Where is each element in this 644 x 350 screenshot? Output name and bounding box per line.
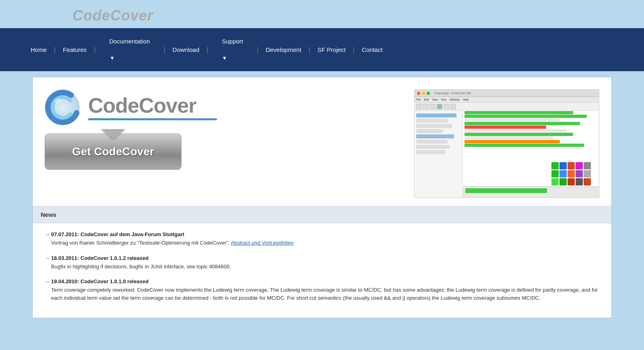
sc-line-7 bbox=[464, 133, 573, 136]
news-item-body: Term coverage competely reworked: CodeCo… bbox=[51, 286, 599, 302]
main-container: CodeCover Get CodeCover EclipseApp - Cod… bbox=[32, 77, 612, 318]
nav-item-sf-project[interactable]: SF Project bbox=[311, 41, 352, 58]
sc-body bbox=[415, 111, 599, 198]
sc-close-dot bbox=[417, 92, 420, 95]
sc-menu-edit: Edit bbox=[424, 98, 429, 101]
documentation-dropdown-arrow: ▾ bbox=[104, 49, 157, 66]
matrix-cell bbox=[576, 162, 583, 169]
nav-item-documentation[interactable]: Documentation▾ bbox=[97, 28, 163, 71]
sc-titlebar: EclipseApp - CodeCover IDE bbox=[415, 90, 599, 97]
navbar: Home | Features | Documentation▾ | Downl… bbox=[0, 28, 644, 71]
sc-sidebar-item-8 bbox=[416, 150, 445, 154]
news-section: News 07.07.2011: CodeCover auf dem Java-… bbox=[33, 206, 611, 318]
nav-item-development[interactable]: Development bbox=[259, 41, 308, 58]
nav-item-support[interactable]: Support▾ bbox=[209, 28, 256, 71]
news-item-link[interactable]: Abstract und Vortragsfolien bbox=[231, 240, 293, 246]
sc-tool-btn-6 bbox=[450, 104, 456, 109]
matrix-cell bbox=[551, 178, 559, 185]
matrix-cell bbox=[559, 162, 567, 169]
matrix-cell bbox=[584, 178, 591, 185]
sc-window-title: EclipseApp - CodeCover IDE bbox=[435, 92, 471, 95]
screenshot-mockup: EclipseApp - CodeCover IDE File Edit Vie… bbox=[415, 90, 599, 198]
news-header: News bbox=[33, 206, 611, 223]
sc-line-5 bbox=[464, 126, 546, 129]
matrix-cell bbox=[568, 170, 575, 177]
matrix-cell bbox=[568, 178, 575, 185]
sc-line-3 bbox=[464, 118, 560, 121]
matrix-cell bbox=[568, 162, 575, 169]
sc-sidebar-item-5 bbox=[416, 134, 454, 138]
sc-coverage-matrix bbox=[551, 162, 591, 185]
sc-tool-btn-2 bbox=[423, 104, 429, 109]
sc-tool-btn-4 bbox=[437, 104, 442, 109]
sc-sidebar-item-6 bbox=[416, 140, 448, 144]
sc-menu-window: Window bbox=[450, 98, 460, 101]
sc-line-9 bbox=[464, 140, 560, 143]
sc-min-dot bbox=[422, 92, 425, 95]
nav-sep-1: | bbox=[53, 46, 56, 54]
nav-sep-6: | bbox=[308, 46, 311, 54]
sc-menu-file: File bbox=[416, 98, 421, 101]
matrix-cell bbox=[576, 178, 583, 185]
get-codecover-button[interactable]: Get CodeCover bbox=[45, 134, 182, 170]
page-logo: CodeCover bbox=[0, 0, 644, 28]
nav-sep-2: | bbox=[93, 46, 96, 54]
hero-section: CodeCover Get CodeCover EclipseApp - Cod… bbox=[33, 77, 611, 206]
sc-bottom-panel bbox=[463, 186, 599, 198]
matrix-cell bbox=[551, 162, 559, 169]
sc-tool-btn-5 bbox=[444, 104, 449, 109]
support-dropdown-arrow: ▾ bbox=[217, 49, 250, 66]
sc-menu-help: Help bbox=[463, 98, 469, 101]
sc-toolbar bbox=[415, 103, 599, 111]
sc-max-dot bbox=[427, 92, 430, 95]
nav-sep-3: | bbox=[163, 46, 166, 54]
matrix-cell bbox=[559, 178, 567, 185]
news-item-body: Vortrag von Rainer Schmidberger zu "Test… bbox=[51, 239, 599, 247]
sc-line-6 bbox=[464, 129, 567, 132]
sc-tool-btn-3 bbox=[430, 104, 436, 109]
hero-screenshot: EclipseApp - CodeCover IDE File Edit Vie… bbox=[414, 89, 599, 198]
sc-menu-view: View bbox=[432, 98, 438, 101]
sc-coverage-bar bbox=[465, 188, 547, 193]
news-item-title: 07.07.2011: CodeCover auf dem Java-Forum… bbox=[51, 231, 599, 237]
sc-tool-btn-1 bbox=[416, 104, 422, 109]
matrix-cell bbox=[551, 170, 559, 177]
codecover-logo-icon bbox=[45, 89, 81, 126]
matrix-cell bbox=[576, 170, 583, 177]
sc-line-10 bbox=[464, 144, 584, 147]
nav-item-download[interactable]: Download bbox=[166, 41, 206, 58]
hero-left: CodeCover Get CodeCover bbox=[45, 89, 406, 170]
news-item: 07.07.2011: CodeCover auf dem Java-Forum… bbox=[45, 231, 599, 247]
matrix-cell bbox=[584, 162, 591, 169]
nav-sep-7: | bbox=[352, 46, 355, 54]
news-item: 19.04.2010: CodeCover 1.0.1.0 releasedTe… bbox=[45, 278, 599, 302]
brand-underline bbox=[88, 118, 217, 120]
sc-sidebar-item-4 bbox=[416, 129, 443, 133]
news-item-title: 16.03.2011: CodeCover 1.0.1.2 released bbox=[51, 255, 599, 261]
sc-sidebar-item-7 bbox=[416, 145, 450, 149]
news-body: 07.07.2011: CodeCover auf dem Java-Forum… bbox=[33, 223, 611, 318]
matrix-cell bbox=[559, 170, 567, 177]
cc-logo-text: CodeCover bbox=[88, 95, 217, 120]
sc-menu-run: Run bbox=[441, 98, 446, 101]
sc-line-4 bbox=[464, 122, 580, 125]
sc-sidebar-item-1 bbox=[416, 113, 456, 117]
news-item-body: Bugfix in highlighting if decisions, bug… bbox=[51, 263, 599, 271]
sc-sidebar-item-3 bbox=[416, 124, 452, 128]
brand-name: CodeCover bbox=[88, 95, 217, 116]
sc-menubar: File Edit View Run Window Help bbox=[415, 97, 599, 103]
logo-area: CodeCover bbox=[45, 89, 217, 126]
news-item: 16.03.2011: CodeCover 1.0.1.2 releasedBu… bbox=[45, 255, 599, 271]
sc-line-1 bbox=[464, 111, 573, 114]
sc-sidebar bbox=[415, 111, 463, 198]
sc-line-8 bbox=[464, 136, 553, 140]
nav-item-features[interactable]: Features bbox=[56, 41, 93, 58]
nav-sep-5: | bbox=[256, 46, 259, 54]
matrix-cell bbox=[584, 170, 591, 177]
sc-main-area bbox=[463, 111, 599, 198]
button-arrow-icon bbox=[101, 129, 125, 139]
get-codecover-label: Get CodeCover bbox=[72, 145, 154, 158]
nav-item-contact[interactable]: Contact bbox=[355, 41, 389, 58]
sc-sidebar-item-2 bbox=[416, 119, 448, 123]
nav-item-home[interactable]: Home bbox=[24, 41, 53, 58]
